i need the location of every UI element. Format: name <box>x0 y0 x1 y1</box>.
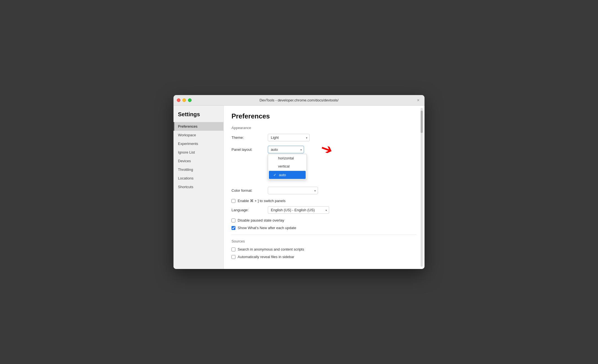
dropdown-item-horizontal[interactable]: horizontal <box>268 154 307 162</box>
panel-layout-select-wrapper: auto ▾ horizontal vertical <box>268 146 304 153</box>
main-panel: Preferences Appearance Theme: Light Dark… <box>224 106 425 269</box>
language-select-wrapper: English (US) - English (US) ▾ <box>268 206 329 214</box>
settings-content: Settings Preferences Workspace Experimen… <box>173 106 425 269</box>
switch-panels-text: to switch panels <box>260 199 286 203</box>
enable-text: Enable <box>238 199 249 203</box>
search-anonymous-row: Search in anonymous and content scripts <box>232 247 417 251</box>
red-arrow-annotation: ➔ <box>318 140 335 159</box>
sidebar-header: Settings <box>173 111 223 122</box>
auto-check: ✓ <box>273 173 277 177</box>
color-format-label: Color format: <box>232 188 268 193</box>
disable-paused-row: Disable paused state overlay <box>232 218 417 222</box>
color-format-select[interactable] <box>268 187 318 194</box>
scrollbar[interactable] <box>421 108 423 267</box>
section-divider <box>232 234 417 235</box>
sidebar-item-devices[interactable]: Devices <box>173 157 223 165</box>
vertical-check <box>273 164 276 168</box>
settings-close-button[interactable]: × <box>415 97 421 103</box>
enable-shortcut-checkbox[interactable] <box>232 199 235 203</box>
theme-select[interactable]: Light Dark System preference <box>268 134 310 141</box>
theme-row: Theme: Light Dark System preference ▾ <box>232 134 417 141</box>
panel-layout-select[interactable]: auto <box>268 146 304 153</box>
show-whats-new-checkbox[interactable] <box>232 226 235 230</box>
sidebar-item-shortcuts[interactable]: Shortcuts <box>173 183 223 191</box>
show-whats-new-label: Show What's New after each update <box>238 226 296 230</box>
horizontal-label: horizontal <box>278 156 294 160</box>
vertical-label: vertical <box>278 164 290 168</box>
dropdown-item-vertical[interactable]: vertical <box>268 162 307 170</box>
theme-label: Theme: <box>232 135 268 140</box>
page-title: Preferences <box>232 112 417 120</box>
sidebar-item-throttling[interactable]: Throttling <box>173 165 223 174</box>
dropdown-item-auto[interactable]: ✓ auto <box>269 171 306 179</box>
sidebar-item-workspace[interactable]: Workspace <box>173 131 223 139</box>
color-format-select-wrapper: ▾ <box>268 187 318 194</box>
close-button[interactable] <box>177 98 180 102</box>
shortcut-key: ⌘ + ] <box>250 199 259 203</box>
panel-layout-label: Panel layout: <box>232 146 268 152</box>
sidebar-item-locations[interactable]: Locations <box>173 174 223 183</box>
enable-shortcut-row: Enable ⌘ + ] to switch panels <box>232 199 417 203</box>
traffic-lights <box>177 98 192 102</box>
scrollbar-thumb[interactable] <box>421 111 423 133</box>
minimize-button[interactable] <box>182 98 186 102</box>
auto-label: auto <box>279 173 286 177</box>
theme-select-wrapper: Light Dark System preference ▾ <box>268 134 310 141</box>
sources-section-title: Sources <box>232 239 417 243</box>
language-select[interactable]: English (US) - English (US) <box>268 206 329 214</box>
sidebar: Settings Preferences Workspace Experimen… <box>173 106 224 269</box>
show-whats-new-row: Show What's New after each update <box>232 226 417 230</box>
color-format-row: Color format: ▾ <box>232 187 417 194</box>
sidebar-item-experiments[interactable]: Experiments <box>173 139 223 148</box>
titlebar: DevTools - developer.chrome.com/docs/dev… <box>173 95 425 106</box>
disable-paused-label: Disable paused state overlay <box>238 218 284 222</box>
auto-reveal-checkbox[interactable] <box>232 255 235 259</box>
search-anonymous-checkbox[interactable] <box>232 247 235 251</box>
search-anonymous-label: Search in anonymous and content scripts <box>238 247 304 251</box>
horizontal-check <box>273 156 276 160</box>
auto-reveal-label: Automatically reveal files in sidebar <box>238 255 294 259</box>
panel-layout-row: Panel layout: auto ▾ horizontal <box>232 146 417 153</box>
auto-reveal-row: Automatically reveal files in sidebar <box>232 255 417 259</box>
enable-shortcut-label: Enable ⌘ + ] to switch panels <box>238 199 286 203</box>
sidebar-item-preferences[interactable]: Preferences <box>173 122 223 131</box>
panel-layout-dropdown-menu: horizontal vertical ✓ auto <box>268 154 307 180</box>
maximize-button[interactable] <box>188 98 192 102</box>
appearance-section-title: Appearance <box>232 126 417 130</box>
language-row: Language: English (US) - English (US) ▾ <box>232 206 417 214</box>
window-title: DevTools - developer.chrome.com/docs/dev… <box>259 98 338 102</box>
disable-paused-checkbox[interactable] <box>232 219 235 222</box>
sidebar-item-ignore-list[interactable]: Ignore List <box>173 148 223 157</box>
language-label: Language: <box>232 208 268 212</box>
devtools-window: DevTools - developer.chrome.com/docs/dev… <box>173 95 425 269</box>
